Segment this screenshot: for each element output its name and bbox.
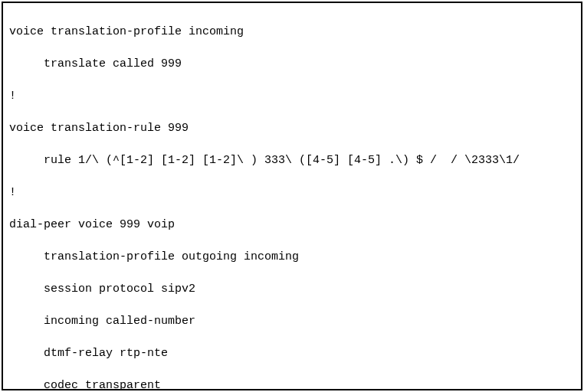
code-line: translation-profile outgoing incoming	[9, 249, 575, 265]
code-line: dtmf-relay rtp-nte	[9, 345, 575, 361]
code-line: !	[9, 185, 575, 201]
code-line: !	[9, 88, 575, 104]
code-line: translate called 999	[9, 56, 575, 72]
code-line: incoming called-number	[9, 313, 575, 329]
code-line: rule 1/\ (^[1-2] [1-2] [1-2]\ ) 333\ ([4…	[9, 152, 575, 168]
code-line: voice translation-profile incoming	[9, 24, 575, 40]
code-line: session protocol sipv2	[9, 281, 575, 297]
config-code-block: voice translation-profile incoming trans…	[2, 2, 582, 390]
code-line: codec transparent	[9, 377, 575, 390]
code-line: voice translation-rule 999	[9, 120, 575, 136]
code-line: dial-peer voice 999 voip	[9, 217, 575, 233]
